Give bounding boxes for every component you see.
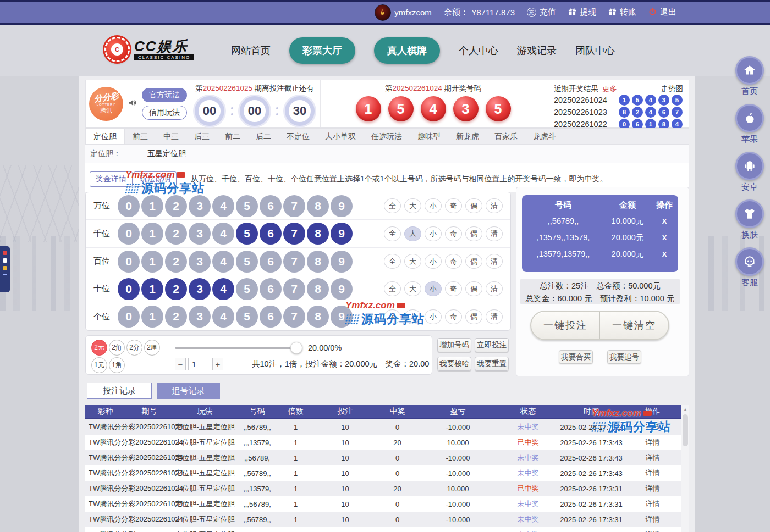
bonus-detail-button[interactable]: 奖金详情: [90, 171, 133, 187]
scrollbar-up-arrow[interactable]: ▲: [681, 405, 689, 413]
sidebar-item-home[interactable]: 首页: [735, 56, 764, 97]
number-ball[interactable]: 2: [165, 278, 187, 300]
trend-chart-link[interactable]: 走势图: [661, 84, 684, 94]
number-ball[interactable]: 9: [331, 195, 353, 217]
quick-even-button[interactable]: 偶: [465, 198, 482, 213]
number-ball[interactable]: 0: [118, 278, 140, 300]
transfer-button[interactable]: 转账: [608, 7, 636, 18]
number-ball[interactable]: 4: [212, 223, 234, 245]
play-tab[interactable]: 前二: [217, 129, 248, 144]
quick-all-button[interactable]: 全: [384, 226, 401, 241]
number-ball[interactable]: 5: [236, 278, 258, 300]
quick-odd-button[interactable]: 奇: [445, 198, 462, 213]
unit-chip[interactable]: 2分: [127, 340, 142, 356]
quick-odd-button[interactable]: 奇: [445, 226, 462, 241]
sidebar-item-android[interactable]: 安卓: [735, 152, 764, 192]
quick-clear-button[interactable]: 清: [486, 254, 503, 269]
play-tab[interactable]: 任选玩法: [364, 129, 410, 144]
recharge-button[interactable]: 充 充值: [527, 7, 556, 18]
number-ball[interactable]: 4: [212, 251, 234, 273]
quick-big-button[interactable]: 大: [404, 226, 421, 241]
recent-more-link[interactable]: 更多: [602, 84, 617, 94]
nav-item[interactable]: 个人中心: [459, 44, 498, 57]
quick-odd-button[interactable]: 奇: [445, 309, 462, 324]
speaker-icon[interactable]: [128, 98, 138, 110]
sidebar-item-skin[interactable]: 换肤: [735, 199, 764, 240]
unit-chip[interactable]: 2角: [109, 340, 125, 356]
play-tab[interactable]: 定位胆: [86, 129, 125, 144]
number-ball[interactable]: 6: [260, 223, 282, 245]
number-ball[interactable]: 8: [307, 251, 329, 273]
number-ball[interactable]: 7: [283, 306, 305, 328]
sidebar-item-service[interactable]: 客服: [735, 247, 764, 288]
number-ball[interactable]: 7: [283, 195, 305, 217]
number-ball[interactable]: 0: [118, 251, 140, 273]
quick-all-button[interactable]: 全: [384, 309, 401, 324]
quick-all-button[interactable]: 全: [384, 198, 401, 213]
contact-side-tab[interactable]: [0, 246, 10, 292]
quick-clear-button[interactable]: 清: [486, 198, 503, 213]
group-buy-button[interactable]: 我要合买: [559, 350, 593, 364]
amount-slider[interactable]: [175, 347, 300, 349]
multiplier-plus-button[interactable]: +: [212, 358, 223, 370]
row-detail-link[interactable]: 详情: [624, 468, 681, 478]
quick-all-button[interactable]: 全: [384, 281, 401, 296]
remove-bet-button[interactable]: X: [651, 250, 678, 258]
multiplier-input[interactable]: [188, 358, 210, 370]
one-key-clear-button[interactable]: 一键清空: [600, 312, 668, 339]
number-ball[interactable]: 3: [189, 306, 211, 328]
remove-bet-button[interactable]: X: [651, 217, 678, 225]
unit-chip[interactable]: 2厘: [144, 340, 160, 356]
withdraw-button[interactable]: 提现: [568, 7, 596, 18]
number-ball[interactable]: 3: [189, 195, 211, 217]
quick-big-button[interactable]: 大: [404, 254, 421, 269]
one-key-bet-button[interactable]: 一键投注: [531, 312, 600, 339]
number-ball[interactable]: 3: [189, 278, 211, 300]
number-ball[interactable]: 6: [260, 195, 282, 217]
number-ball[interactable]: 0: [118, 195, 140, 217]
number-ball[interactable]: 9: [331, 278, 353, 300]
number-ball[interactable]: 4: [212, 278, 234, 300]
number-ball[interactable]: 4: [212, 195, 234, 217]
play-tab[interactable]: 不定位: [279, 129, 317, 144]
number-ball[interactable]: 8: [307, 195, 329, 217]
row-detail-link[interactable]: 详情: [624, 530, 681, 532]
quick-even-button[interactable]: 偶: [465, 226, 482, 241]
number-ball[interactable]: 6: [260, 306, 282, 328]
tab-chase-records[interactable]: 追号记录: [157, 383, 220, 399]
quick-odd-button[interactable]: 奇: [445, 254, 462, 269]
remove-bet-button[interactable]: X: [651, 234, 678, 242]
play-tab[interactable]: 后三: [186, 129, 217, 144]
quick-even-button[interactable]: 偶: [465, 281, 482, 296]
number-ball[interactable]: 7: [283, 251, 305, 273]
number-ball[interactable]: 5: [236, 306, 258, 328]
quick-odd-button[interactable]: 奇: [445, 281, 462, 296]
number-ball[interactable]: 9: [331, 251, 353, 273]
play-tab[interactable]: 新龙虎: [448, 129, 487, 144]
multiplier-minus-button[interactable]: −: [175, 358, 186, 370]
chase-number-button[interactable]: 我要追号: [607, 350, 641, 364]
play-tab[interactable]: 百家乐: [487, 129, 525, 144]
number-ball[interactable]: 1: [141, 251, 163, 273]
number-ball[interactable]: 2: [165, 223, 187, 245]
nav-item[interactable]: 团队中心: [575, 44, 615, 57]
quick-big-button[interactable]: 大: [404, 281, 421, 296]
quick-big-button[interactable]: 大: [404, 309, 421, 324]
number-ball[interactable]: 9: [331, 306, 353, 328]
logout-button[interactable]: 退出: [648, 7, 676, 18]
quick-clear-button[interactable]: 清: [486, 281, 503, 296]
number-ball[interactable]: 7: [283, 278, 305, 300]
number-ball[interactable]: 1: [141, 223, 163, 245]
number-ball[interactable]: 9: [331, 223, 353, 245]
all-in-button[interactable]: 我要梭哈: [437, 357, 471, 371]
tab-bet-records[interactable]: 投注记录: [87, 383, 152, 399]
scrollbar-thumb[interactable]: [683, 414, 688, 446]
nav-item[interactable]: 彩票大厅: [289, 37, 355, 64]
sidebar-item-apple[interactable]: 苹果: [735, 104, 764, 145]
subnav-mode[interactable]: 五星定位胆: [147, 149, 186, 159]
number-ball[interactable]: 4: [212, 306, 234, 328]
row-detail-link[interactable]: 详情: [624, 514, 681, 524]
quick-even-button[interactable]: 偶: [465, 309, 482, 324]
quick-small-button[interactable]: 小: [425, 254, 442, 269]
number-ball[interactable]: 2: [165, 251, 187, 273]
